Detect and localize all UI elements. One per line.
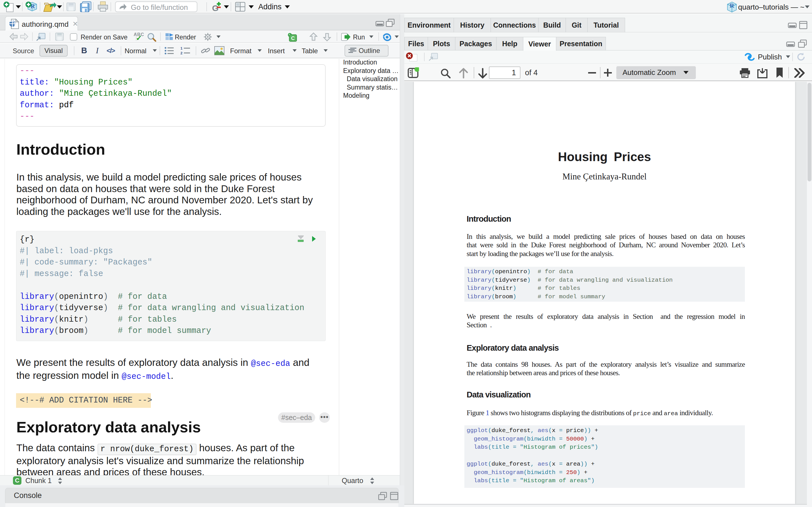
svg-text:2: 2: [181, 51, 183, 55]
svg-text:1: 1: [181, 47, 183, 50]
svg-text:C: C: [291, 36, 295, 41]
svg-text:R: R: [730, 2, 734, 9]
